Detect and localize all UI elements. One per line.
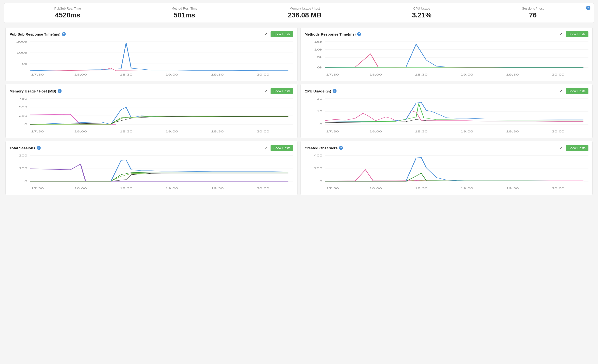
svg-text:15k: 15k [314, 40, 323, 43]
stats-help-icon[interactable]: ? [586, 6, 590, 10]
chart-cpu: CPU Usage (%) ? ⤢ Show Hosts 20 10 0 17:… [300, 84, 593, 138]
chart-observers-controls: ⤢ Show Hosts [558, 145, 588, 151]
svg-text:18:00: 18:00 [74, 130, 87, 133]
stat-memory: Memory Usage / host 236.08 MB [288, 7, 322, 19]
stat-cpu-value: 3.21% [412, 11, 431, 19]
svg-text:18:00: 18:00 [369, 73, 382, 76]
chart-cpu-svg: 20 10 0 17:30 18:00 18:30 19:00 19:30 20… [305, 96, 588, 135]
chart-methods-svg: 15k 10k 5k 0k 17:30 18:00 18:30 19:00 19… [305, 39, 588, 78]
svg-text:0: 0 [320, 180, 322, 183]
svg-text:19:00: 19:00 [165, 130, 178, 133]
chart-memory-svg: 750 500 250 0 17:30 18:00 18:30 19:00 19… [10, 96, 293, 135]
svg-text:18:00: 18:00 [74, 73, 87, 76]
svg-text:19:30: 19:30 [506, 187, 519, 190]
stat-sessions-value: 76 [522, 11, 544, 19]
svg-text:0k: 0k [22, 63, 27, 65]
chart-pubsub-expand-button[interactable]: ⤢ [263, 31, 269, 37]
svg-text:10k: 10k [314, 48, 323, 51]
svg-text:100k: 100k [16, 52, 28, 54]
chart-methods-help-icon[interactable]: ? [357, 32, 361, 36]
svg-text:18:30: 18:30 [120, 130, 132, 133]
svg-text:500: 500 [19, 106, 27, 109]
stat-memory-value: 236.08 MB [288, 11, 322, 19]
chart-sessions-title-group: Total Sessions ? [10, 146, 41, 150]
svg-text:10: 10 [317, 110, 322, 113]
chart-memory: Memory Usage / Host (MB) ? ⤢ Show Hosts … [5, 84, 298, 138]
chart-methods-show-hosts-button[interactable]: Show Hosts [566, 31, 588, 37]
chart-sessions-area: 200 100 0 17:30 18:00 18:30 19:00 19:30 … [10, 153, 293, 192]
chart-cpu-header: CPU Usage (%) ? ⤢ Show Hosts [305, 88, 588, 94]
svg-text:20:00: 20:00 [257, 187, 269, 190]
chart-cpu-title: CPU Usage (%) [305, 89, 331, 93]
chart-observers-expand-button[interactable]: ⤢ [558, 145, 564, 151]
svg-text:17:30: 17:30 [326, 73, 339, 76]
chart-methods-controls: ⤢ Show Hosts [558, 31, 588, 37]
stat-pubsub-value: 4520ms [54, 11, 81, 19]
svg-text:17:30: 17:30 [31, 130, 44, 133]
chart-sessions-expand-button[interactable]: ⤢ [263, 145, 269, 151]
svg-text:19:30: 19:30 [506, 73, 519, 76]
chart-observers-title-group: Created Observers ? [305, 146, 343, 150]
svg-text:20: 20 [317, 97, 322, 100]
chart-observers-show-hosts-button[interactable]: Show Hosts [566, 145, 588, 151]
svg-text:19:00: 19:00 [460, 187, 473, 190]
svg-text:200: 200 [314, 167, 322, 170]
svg-text:20:00: 20:00 [552, 187, 564, 190]
svg-text:19:30: 19:30 [211, 130, 224, 133]
chart-methods: Methods Response Time(ms) ? ⤢ Show Hosts… [300, 27, 593, 81]
chart-methods-area: 15k 10k 5k 0k 17:30 18:00 18:30 19:00 19… [305, 39, 588, 78]
chart-sessions: Total Sessions ? ⤢ Show Hosts 200 100 0 … [5, 141, 298, 195]
chart-memory-help-icon[interactable]: ? [58, 89, 62, 93]
chart-pubsub-area: 200k 100k 0k 17:30 18:00 18:30 19:00 19:… [10, 39, 293, 78]
stats-bar: PubSub Res. Time 4520ms Method Res. Time… [4, 3, 594, 23]
svg-text:0: 0 [320, 123, 322, 126]
svg-text:19:30: 19:30 [211, 187, 224, 190]
svg-text:18:30: 18:30 [120, 187, 132, 190]
chart-pubsub-show-hosts-button[interactable]: Show Hosts [271, 31, 293, 37]
chart-methods-expand-button[interactable]: ⤢ [558, 31, 564, 37]
chart-cpu-help-icon[interactable]: ? [333, 89, 337, 93]
svg-text:750: 750 [19, 97, 27, 100]
chart-pubsub-title-group: Pub Sub Response Time(ms) ? [10, 32, 66, 36]
chart-pubsub-title: Pub Sub Response Time(ms) [10, 32, 60, 36]
chart-sessions-help-icon[interactable]: ? [37, 146, 41, 150]
chart-observers-header: Created Observers ? ⤢ Show Hosts [305, 145, 588, 151]
chart-cpu-show-hosts-button[interactable]: Show Hosts [566, 88, 588, 94]
chart-memory-show-hosts-button[interactable]: Show Hosts [271, 88, 293, 94]
stat-memory-label: Memory Usage / host [288, 7, 322, 10]
chart-methods-header: Methods Response Time(ms) ? ⤢ Show Hosts [305, 31, 588, 37]
svg-text:200k: 200k [16, 40, 28, 43]
svg-text:18:00: 18:00 [74, 187, 87, 190]
chart-pubsub-help-icon[interactable]: ? [62, 32, 66, 36]
svg-text:18:30: 18:30 [120, 73, 132, 76]
chart-memory-header: Memory Usage / Host (MB) ? ⤢ Show Hosts [10, 88, 293, 94]
chart-cpu-expand-button[interactable]: ⤢ [558, 88, 564, 94]
chart-observers-svg: 400 200 0 17:30 18:00 18:30 19:00 19:30 … [305, 153, 588, 192]
svg-text:18:30: 18:30 [415, 73, 428, 76]
chart-cpu-controls: ⤢ Show Hosts [558, 88, 588, 94]
svg-text:20:00: 20:00 [257, 130, 269, 133]
stat-cpu: CPU Usage 3.21% [412, 7, 431, 19]
chart-memory-expand-button[interactable]: ⤢ [263, 88, 269, 94]
svg-text:0: 0 [25, 123, 27, 126]
chart-pubsub-header: Pub Sub Response Time(ms) ? ⤢ Show Hosts [10, 31, 293, 37]
stat-sessions-label: Sessions / host [522, 7, 544, 10]
chart-sessions-header: Total Sessions ? ⤢ Show Hosts [10, 145, 293, 151]
svg-text:19:00: 19:00 [165, 187, 178, 190]
svg-text:17:30: 17:30 [31, 187, 44, 190]
chart-sessions-title: Total Sessions [10, 146, 35, 150]
chart-sessions-show-hosts-button[interactable]: Show Hosts [271, 145, 293, 151]
chart-sessions-controls: ⤢ Show Hosts [263, 145, 293, 151]
stat-pubsub-label: PubSub Res. Time [54, 7, 81, 10]
svg-text:400: 400 [314, 154, 322, 157]
chart-observers-title: Created Observers [305, 146, 338, 150]
svg-text:19:00: 19:00 [460, 73, 473, 76]
stat-sessions: Sessions / host 76 [522, 7, 544, 19]
chart-cpu-area: 20 10 0 17:30 18:00 18:30 19:00 19:30 20… [305, 96, 588, 135]
chart-memory-area: 750 500 250 0 17:30 18:00 18:30 19:00 19… [10, 96, 293, 135]
chart-observers: Created Observers ? ⤢ Show Hosts 400 200… [300, 141, 593, 195]
chart-pubsub: Pub Sub Response Time(ms) ? ⤢ Show Hosts… [5, 27, 298, 81]
chart-cpu-title-group: CPU Usage (%) ? [305, 89, 337, 93]
chart-observers-help-icon[interactable]: ? [339, 146, 343, 150]
chart-observers-area: 400 200 0 17:30 18:00 18:30 19:00 19:30 … [305, 153, 588, 192]
